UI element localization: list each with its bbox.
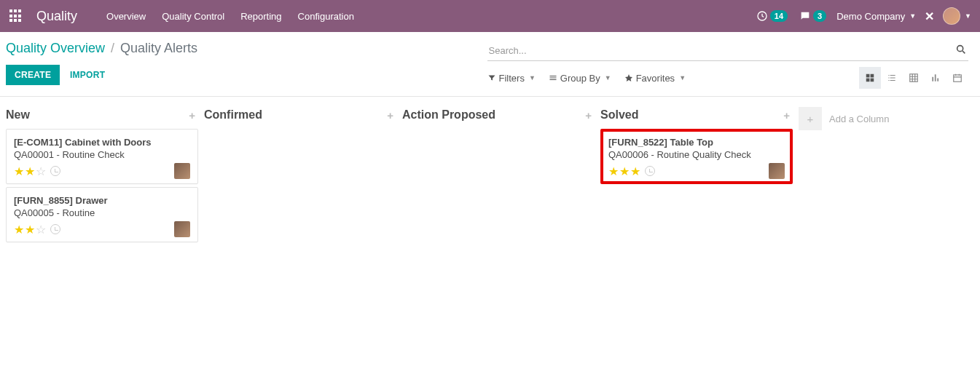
star-filled-icon[interactable]: ★ [630, 164, 640, 178]
column-header[interactable]: Confirmed+ [204, 104, 396, 129]
card-subtitle: QA00005 - Routine [14, 207, 190, 218]
card-title: [FURN_8522] Table Top [608, 137, 785, 148]
filter-icon [487, 73, 496, 82]
apps-launcher-icon[interactable] [9, 9, 23, 23]
user-menu[interactable]: ▼ [943, 7, 971, 25]
card-footer: ★★☆ [14, 221, 190, 237]
svg-rect-7 [954, 75, 962, 81]
nav-configuration[interactable]: Configuration [291, 2, 361, 31]
action-buttons: CREATE IMPORT [6, 65, 487, 85]
caret-down-icon: ▼ [909, 12, 916, 20]
priority-stars[interactable]: ★★★ [608, 164, 640, 178]
control-bar: Quality Overview / Quality Alerts CREATE… [0, 32, 980, 97]
kanban-card[interactable]: [FURN_8522] Table TopQA00006 - Routine Q… [600, 129, 793, 184]
card-footer: ★★★ [608, 163, 785, 179]
star-empty-icon[interactable]: ☆ [36, 164, 46, 178]
svg-point-1 [957, 46, 963, 52]
breadcrumb-separator: / [111, 41, 114, 56]
star-filled-icon[interactable]: ★ [25, 223, 35, 236]
control-left: Quality Overview / Quality Alerts CREATE… [6, 41, 487, 94]
column-add-icon[interactable]: + [585, 109, 592, 122]
caret-down-icon: ▼ [605, 74, 611, 81]
app-brand: Quality [36, 9, 77, 24]
groupby-label: Group By [560, 73, 600, 84]
kanban-card[interactable]: [FURN_8855] DrawerQA00005 - Routine★★☆ [6, 187, 198, 242]
column-title: Action Proposed [402, 108, 495, 122]
star-filled-icon[interactable]: ★ [14, 223, 24, 236]
filter-row: Filters ▼ Group By ▼ Favorites ▼ [487, 67, 969, 89]
nav-quality-control[interactable]: Quality Control [154, 2, 232, 31]
card-title: [FURN_8855] Drawer [14, 195, 190, 206]
column-header[interactable]: New+ [6, 104, 198, 129]
kanban-card[interactable]: [E-COM11] Cabinet with DoorsQA00001 - Ro… [6, 129, 198, 184]
groupby-dropdown[interactable]: Group By ▼ [549, 73, 611, 84]
activity-clock-icon[interactable] [50, 166, 60, 176]
chat-icon [799, 10, 811, 22]
filters-dropdown[interactable]: Filters ▼ [487, 73, 536, 84]
favorites-label: Favorites [636, 73, 675, 84]
assignee-avatar[interactable] [174, 221, 190, 237]
star-filled-icon[interactable]: ★ [25, 164, 35, 178]
list-view-icon[interactable] [881, 67, 903, 89]
activities-badge: 14 [770, 10, 788, 22]
kanban-column: Action Proposed+ [402, 104, 600, 129]
card-subtitle: QA00001 - Routine Check [14, 149, 190, 160]
column-title: Solved [600, 108, 638, 122]
search-icon[interactable] [955, 44, 967, 57]
activity-clock-icon[interactable] [645, 166, 655, 176]
activities-button[interactable]: 14 [755, 9, 789, 23]
calendar-view-icon[interactable] [946, 67, 968, 89]
star-filled-icon[interactable]: ★ [619, 164, 630, 178]
add-column-label: Add a Column [829, 114, 889, 124]
kanban-column: Solved+[FURN_8522] Table TopQA00006 - Ro… [600, 104, 799, 187]
breadcrumb: Quality Overview / Quality Alerts [6, 41, 487, 56]
assignee-avatar[interactable] [174, 163, 190, 179]
messages-badge: 3 [813, 10, 826, 22]
column-header[interactable]: Solved+ [600, 104, 793, 129]
messages-button[interactable]: 3 [798, 9, 828, 23]
column-title: Confirmed [204, 108, 262, 122]
topbar: Quality Overview Quality Control Reporti… [0, 0, 980, 32]
breadcrumb-root[interactable]: Quality Overview [6, 41, 105, 56]
card-footer: ★★☆ [14, 163, 190, 179]
priority-stars[interactable]: ★★☆ [14, 223, 46, 236]
add-column-icon[interactable]: + [799, 107, 822, 130]
column-add-icon[interactable]: + [387, 109, 393, 122]
company-switcher[interactable]: Demo Company ▼ [836, 11, 916, 22]
assignee-avatar[interactable] [769, 163, 785, 179]
filters-label: Filters [499, 73, 525, 84]
column-header[interactable]: Action Proposed+ [402, 104, 595, 129]
column-add-icon[interactable]: + [783, 109, 790, 122]
pivot-view-icon[interactable] [903, 67, 925, 89]
search-input[interactable] [487, 41, 969, 60]
search-wrap [487, 41, 969, 61]
svg-rect-5 [871, 79, 874, 82]
caret-down-icon: ▼ [679, 74, 686, 81]
import-button[interactable]: IMPORT [70, 70, 105, 80]
kanban-view-icon[interactable] [859, 67, 881, 89]
svg-rect-3 [871, 74, 874, 78]
star-empty-icon[interactable]: ☆ [36, 223, 46, 236]
top-nav: Overview Quality Control Reporting Confi… [99, 2, 361, 31]
caret-down-icon: ▼ [529, 74, 536, 81]
graph-view-icon[interactable] [925, 67, 946, 89]
star-icon [624, 73, 633, 82]
card-title: [E-COM11] Cabinet with Doors [14, 137, 190, 148]
clock-icon [756, 10, 768, 22]
activity-clock-icon[interactable] [50, 224, 60, 234]
column-title: New [6, 108, 30, 122]
topbar-right: 14 3 Demo Company ▼ ✕ ▼ [755, 7, 971, 25]
star-filled-icon[interactable]: ★ [14, 164, 24, 178]
favorites-dropdown[interactable]: Favorites ▼ [624, 73, 686, 84]
nav-overview[interactable]: Overview [99, 2, 153, 31]
priority-stars[interactable]: ★★☆ [14, 164, 46, 178]
column-add-icon[interactable]: + [189, 109, 195, 122]
list-icon [549, 73, 557, 82]
create-button[interactable]: CREATE [6, 65, 60, 85]
debug-close-icon[interactable]: ✕ [925, 9, 934, 23]
star-filled-icon[interactable]: ★ [608, 164, 619, 178]
company-label: Demo Company [836, 11, 905, 22]
svg-rect-2 [866, 74, 870, 78]
nav-reporting[interactable]: Reporting [233, 2, 289, 31]
add-column[interactable]: +Add a Column [799, 104, 889, 130]
